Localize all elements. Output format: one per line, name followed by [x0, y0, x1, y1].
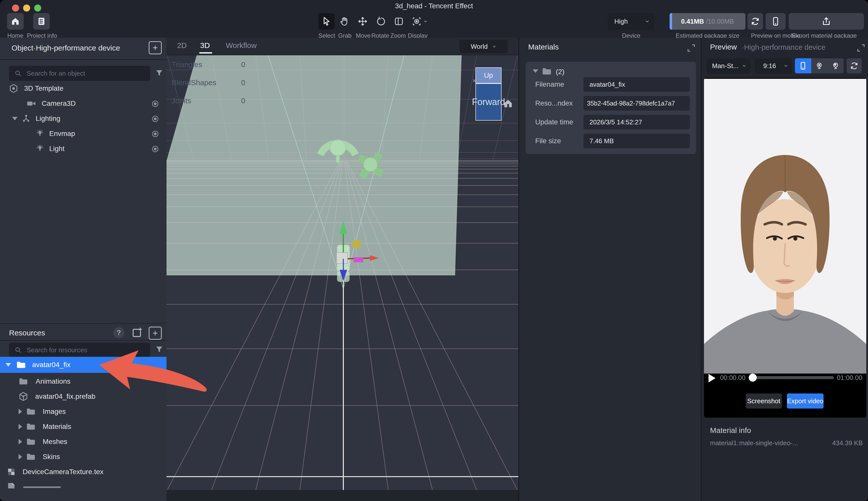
tree-item-light[interactable]: Light	[0, 141, 166, 156]
visibility-eye-icon[interactable]	[151, 130, 160, 140]
resource-item-skins[interactable]: Skins	[0, 449, 166, 464]
tab-workflow[interactable]: Workflow	[226, 41, 257, 50]
zoom-tool-button[interactable]	[391, 13, 407, 30]
caret-down-icon[interactable]	[6, 363, 11, 366]
webcam-source-button[interactable]	[811, 58, 827, 73]
preview-on-mobile-button[interactable]	[766, 13, 785, 30]
home-button[interactable]	[7, 13, 24, 30]
export-material-package-button[interactable]	[789, 13, 864, 30]
update-time-field[interactable]: 2026/3/5 14:52:27	[584, 115, 690, 129]
resource-item-images[interactable]: Images	[0, 404, 166, 419]
visibility-eye-icon[interactable]	[151, 145, 160, 155]
screenshot-button[interactable]: Screenshot	[746, 393, 782, 408]
bulb-icon	[35, 144, 45, 153]
preview-source-toggle	[795, 58, 844, 73]
chevron-down-icon	[423, 19, 428, 24]
scene-canvas[interactable]: ×	[166, 55, 518, 490]
file-size-value: 7.46 MB	[589, 137, 614, 145]
tree-item-camera3d[interactable]: Camera3D	[0, 96, 166, 111]
style-dropdown[interactable]: Man-St...	[706, 58, 750, 73]
move-tool-button[interactable]	[355, 13, 371, 30]
timeline-track[interactable]	[750, 376, 834, 379]
refresh-preview-button[interactable]	[847, 58, 862, 73]
preview-panel-subtitle: ·High-performance device	[742, 43, 826, 52]
world-dropdown-value: World	[471, 43, 488, 51]
phone-source-button[interactable]	[795, 58, 811, 73]
texture-icon	[7, 467, 16, 477]
preview-panel-title: Preview	[710, 43, 737, 51]
caret-down-icon[interactable]	[533, 70, 538, 73]
object-search-input[interactable]	[26, 70, 133, 78]
folder-icon	[15, 359, 26, 370]
resources-search[interactable]	[9, 343, 150, 357]
resource-item-clipped[interactable]	[0, 480, 166, 488]
cursor-icon	[321, 16, 332, 26]
tree-item-lighting[interactable]: Lighting	[0, 111, 166, 126]
file-size-field[interactable]: 7.46 MB	[584, 134, 690, 148]
grab-tool-button[interactable]	[337, 13, 352, 30]
field-label: Update time	[535, 118, 573, 126]
play-button[interactable]	[708, 374, 716, 382]
visibility-eye-icon[interactable]	[151, 99, 160, 110]
camera-icon	[26, 98, 37, 109]
tree-item-3d-template[interactable]: 3D Template	[0, 81, 166, 96]
caret-right-icon[interactable]	[19, 454, 22, 460]
viewport-3d[interactable]: 2D 3D Workflow World	[166, 38, 518, 501]
material-group-card: (2) Filename avatar04_fix Reso...ndex 35…	[526, 62, 696, 154]
resource-item-label: Materials	[43, 423, 71, 431]
resource-item-meshes[interactable]: Meshes	[0, 434, 166, 449]
display-tool-button[interactable]	[409, 13, 431, 30]
visibility-eye-icon[interactable]	[151, 115, 160, 125]
timeline-thumb[interactable]	[749, 374, 757, 382]
help-icon[interactable]: ?	[113, 327, 124, 338]
refresh-package-button[interactable]	[747, 13, 763, 30]
refresh-icon	[850, 61, 859, 70]
resource-item-materials[interactable]: Materials	[0, 419, 166, 434]
material-info-title: Material info	[710, 426, 751, 435]
tree-item-envmap[interactable]: Envmap	[0, 126, 166, 141]
aspect-ratio-dropdown[interactable]: 9:16	[755, 58, 792, 73]
caret-right-icon[interactable]	[19, 424, 22, 429]
collapse-panel-icon[interactable]	[856, 43, 866, 53]
resource-item-prefab[interactable]: avatar04_fix.prefab	[0, 389, 166, 404]
stat-triangles-label: Triangles	[172, 60, 202, 69]
resource-item-animations[interactable]: Animations	[0, 374, 166, 389]
resources-filter-icon[interactable]	[155, 345, 164, 354]
export-icon	[821, 16, 831, 26]
rotate-tool-button[interactable]	[373, 13, 389, 30]
object-filter-icon[interactable]	[155, 68, 164, 77]
object-search[interactable]	[9, 66, 150, 81]
new-resource-icon[interactable]	[131, 327, 143, 339]
project-info-button[interactable]	[33, 13, 50, 30]
package-size-indicator: 0.41MB /10.00MB	[670, 13, 746, 30]
caret-right-icon[interactable]	[19, 409, 22, 414]
field-label: Filename	[535, 81, 564, 88]
nav-cube-forward-face[interactable]: Forward	[476, 83, 501, 120]
export-video-button[interactable]: Export video	[787, 393, 824, 408]
add-resource-button[interactable]	[149, 327, 162, 340]
add-object-button[interactable]	[149, 41, 162, 54]
resources-search-input[interactable]	[26, 346, 133, 354]
cube-icon	[18, 391, 29, 402]
tab-2d[interactable]: 2D	[177, 41, 187, 50]
device-dropdown[interactable]: High	[608, 13, 654, 30]
tree-item-label: Light	[49, 145, 65, 153]
world-space-dropdown[interactable]: World	[459, 40, 508, 53]
select-tool-button[interactable]	[318, 13, 335, 30]
package-used: 0.41MB	[681, 18, 704, 25]
tab-3d[interactable]: 3D	[200, 41, 210, 50]
resource-index-field[interactable]: 35b2-45ad-98a2-798defc1a7a7	[584, 96, 690, 110]
caret-down-icon[interactable]	[12, 117, 18, 120]
caret-right-icon[interactable]	[19, 439, 22, 445]
resource-item-avatar04-fix[interactable]: avatar04_fix	[0, 357, 166, 373]
filename-field[interactable]: avatar04_fix	[584, 77, 690, 92]
time-current: 00:00.00	[720, 374, 746, 382]
tree-item-label: 3D Template	[24, 84, 64, 93]
collapse-panel-icon[interactable]	[686, 43, 696, 53]
nav-cube-up-face[interactable]: Up	[476, 67, 501, 83]
update-time-value: 2026/3/5 14:52:27	[589, 118, 642, 126]
home-view-icon[interactable]	[502, 98, 514, 109]
resource-item-device-camera-texture[interactable]: DeviceCameraTexture.tex	[0, 465, 166, 479]
webcam2-source-button[interactable]	[827, 58, 844, 73]
resources-panel-title: Resources	[9, 329, 45, 337]
